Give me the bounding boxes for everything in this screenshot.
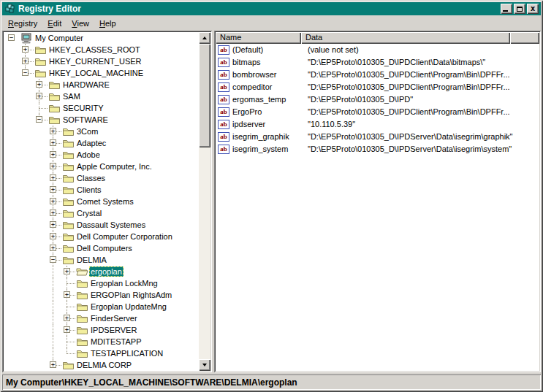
scrollbar-thumb[interactable] <box>199 44 210 147</box>
value-row-bitmaps[interactable]: abbitmaps"D:\EP5Proto\010305_D\IPDClient… <box>216 56 539 69</box>
tree-item-label[interactable]: Crystal <box>75 208 103 218</box>
collapse-minus-icon[interactable]: − <box>22 69 29 76</box>
tree-item-label[interactable]: SAM <box>61 91 82 101</box>
value-row-ergomas-temp[interactable]: abergomas_temp"D:\EP5Proto\010305_D\IPD" <box>216 93 539 106</box>
menu-edit[interactable]: Edit <box>42 18 67 29</box>
tree-item-adobe[interactable]: +Adobe <box>4 149 199 161</box>
expand-plus-icon[interactable]: + <box>50 128 56 134</box>
tree-item-label[interactable]: Classes <box>75 173 107 183</box>
tree-item-label[interactable]: HKEY_LOCAL_MACHINE <box>48 68 145 78</box>
tree-item-hkey-classes-root[interactable]: +HKEY_CLASSES_ROOT <box>4 44 199 55</box>
column-header-name[interactable]: Name <box>216 32 301 44</box>
tree-item-label[interactable]: HARDWARE <box>61 80 111 90</box>
tree-item-ergoplan[interactable]: +ergoplan <box>4 266 199 277</box>
tree-item-mditestapp[interactable]: MDITESTAPP <box>4 336 199 347</box>
expand-plus-icon[interactable]: + <box>50 221 56 228</box>
tree-item-label[interactable]: Adobe <box>75 150 102 160</box>
tree-item-comet-systems[interactable]: +Comet Systems <box>4 196 199 207</box>
tree-item-hardware[interactable]: +HARDWARE <box>4 79 199 91</box>
maximize-button[interactable] <box>514 4 525 14</box>
value-row-isegrim-system[interactable]: abisegrim_system"D:\EP5Proto\010305_D\IP… <box>216 143 539 155</box>
value-data[interactable]: "D:\EP5Proto\010305_D\IPDClient\Program\… <box>308 107 538 118</box>
value-data[interactable]: (value not set) <box>308 45 538 55</box>
tree-item-ergoplan-lockmng[interactable]: Ergoplan LockMng <box>4 277 199 289</box>
tree-item-label[interactable]: HKEY_CURRENT_USER <box>48 56 143 66</box>
collapse-minus-icon[interactable]: − <box>36 116 42 123</box>
tree-item-label[interactable]: Dassault Systemes <box>75 220 147 230</box>
tree-item-finderserver[interactable]: +FinderServer <box>4 312 199 324</box>
tree-item-clients[interactable]: +Clients <box>4 184 199 196</box>
tree-item-hkey-current-user[interactable]: +HKEY_CURRENT_USER <box>4 55 199 67</box>
expand-plus-icon[interactable]: + <box>50 198 56 204</box>
tree-item-label[interactable]: My Computer <box>34 33 85 43</box>
collapse-minus-icon[interactable]: − <box>50 256 56 263</box>
tree-item-dell-computers[interactable]: +Dell Computers <box>4 242 199 254</box>
value-data[interactable]: "D:\EP5Proto\010305_D\IPDServer\Data\ise… <box>308 131 538 142</box>
minimize-button[interactable] <box>501 4 512 14</box>
menu-registry[interactable]: Registry <box>3 18 42 29</box>
expand-plus-icon[interactable]: + <box>50 139 56 146</box>
value-data[interactable]: "10.110.5.39" <box>308 119 538 130</box>
tree-item-label[interactable]: Apple Computer, Inc. <box>75 161 153 172</box>
tree-item-my-computer[interactable]: −My Computer <box>4 32 199 44</box>
tree-item-label[interactable]: SECURITY <box>61 103 105 113</box>
tree-item-crystal[interactable]: +Crystal <box>4 207 199 219</box>
column-header-data[interactable]: Data <box>301 32 510 44</box>
expand-plus-icon[interactable]: + <box>22 46 29 53</box>
tree-item-sam[interactable]: +SAM <box>4 91 199 102</box>
tree-item-label[interactable]: Ergoplan UpdateMng <box>89 301 168 312</box>
expand-plus-icon[interactable]: + <box>22 58 29 64</box>
value-name[interactable]: ipdserver <box>232 119 303 130</box>
expand-plus-icon[interactable]: + <box>64 326 70 333</box>
value-data[interactable]: "D:\EP5Proto\010305_D\IPDClient\Program\… <box>308 69 538 80</box>
tree-item-software[interactable]: −SOFTWARE <box>4 114 199 126</box>
expand-plus-icon[interactable]: + <box>64 291 70 298</box>
expand-plus-icon[interactable]: + <box>50 186 56 193</box>
close-button[interactable]: x <box>527 4 539 14</box>
value-data[interactable]: "D:\EP5Proto\010305_D\IPDClient\Program\… <box>308 82 538 93</box>
expand-plus-icon[interactable]: + <box>50 174 56 181</box>
value-name[interactable]: ergomas_temp <box>232 94 303 105</box>
value-data[interactable]: "D:\EP5Proto\010305_D\IPDServer\Data\ise… <box>308 144 538 155</box>
value-name[interactable]: ErgoPro <box>232 107 303 118</box>
scroll-down-button[interactable] <box>199 359 210 371</box>
value-row-default[interactable]: ab(Default)(value not set) <box>216 44 539 56</box>
title-bar[interactable]: Registry Editor x <box>2 2 541 15</box>
tree-item-label[interactable]: Clients <box>75 185 103 195</box>
expand-plus-icon[interactable]: + <box>64 268 70 274</box>
tree-item-label[interactable]: Dell Computer Corporation <box>75 231 174 242</box>
tree-item-delmia[interactable]: −DELMIA <box>4 254 199 266</box>
tree-item-ipdserver[interactable]: +IPDSERVER <box>4 324 199 336</box>
collapse-minus-icon[interactable]: − <box>8 34 15 41</box>
menu-help[interactable]: Help <box>94 18 121 29</box>
expand-plus-icon[interactable]: + <box>50 210 56 216</box>
tree-item-label[interactable]: DELMIA <box>75 255 108 265</box>
value-name[interactable]: bombrowser <box>232 69 303 80</box>
tree-item-security[interactable]: SECURITY <box>4 102 199 114</box>
tree-item-label[interactable]: HKEY_CLASSES_ROOT <box>48 45 142 55</box>
expand-plus-icon[interactable]: + <box>36 81 42 88</box>
expand-plus-icon[interactable]: + <box>36 93 42 99</box>
tree-item-label[interactable]: ERGOPlan RightsAdm <box>89 290 173 300</box>
tree-item-label[interactable]: IPDSERVER <box>89 325 138 335</box>
tree-item-3com[interactable]: +3Com <box>4 126 199 137</box>
value-row-isegrim-graphik[interactable]: abisegrim_graphik"D:\EP5Proto\010305_D\I… <box>216 131 539 143</box>
tree-item-label[interactable]: Dell Computers <box>75 243 134 253</box>
scroll-up-button[interactable] <box>199 32 210 44</box>
tree-item-label[interactable]: DELMIA CORP <box>75 360 133 370</box>
expand-plus-icon[interactable]: + <box>64 315 70 321</box>
tree-item-label[interactable]: 3Com <box>75 126 99 137</box>
tree-item-label[interactable]: Ergoplan LockMng <box>89 278 159 288</box>
tree-item-label[interactable]: MDITESTAPP <box>89 337 143 347</box>
tree-item-label[interactable]: TESTAPPLICATION <box>89 348 164 358</box>
value-name[interactable]: isegrim_system <box>232 144 303 155</box>
value-data[interactable]: "D:\EP5Proto\010305_D\IPDClient\Data\bit… <box>308 57 538 68</box>
tree-item-dell-computer-corporation[interactable]: +Dell Computer Corporation <box>4 231 199 242</box>
tree-item-apple-computer-inc[interactable]: +Apple Computer, Inc. <box>4 161 199 172</box>
expand-plus-icon[interactable]: + <box>50 151 56 158</box>
tree-item-classes[interactable]: +Classes <box>4 172 199 184</box>
tree-item-ergoplan-updatemng[interactable]: Ergoplan UpdateMng <box>4 301 199 312</box>
tree-item-label[interactable]: FinderServer <box>89 313 139 323</box>
value-name[interactable]: isegrim_graphik <box>232 131 303 142</box>
value-name[interactable]: bitmaps <box>232 57 303 68</box>
